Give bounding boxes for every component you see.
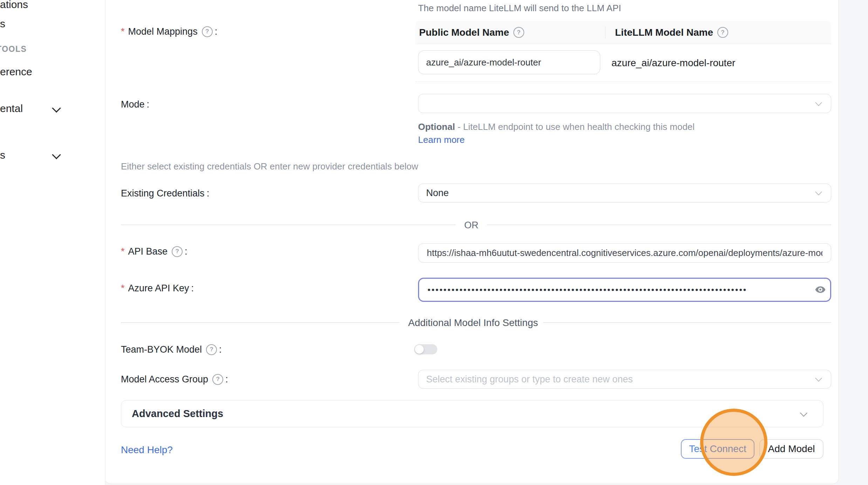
colon: : [215,26,218,37]
advanced-settings-panel[interactable]: Advanced Settings [121,400,823,427]
help-icon[interactable]: ? [202,26,213,37]
sidebar-item-s1[interactable]: s [0,18,5,30]
existing-credentials-label: Existing Credentials : [121,188,209,199]
sidebar-item-ental[interactable]: ental [0,103,23,115]
litellm-model-name-value: azure_ai/azure-model-router [611,57,735,69]
model-access-group-select[interactable]: Select existing groups or type to create… [418,370,831,389]
column-divider [605,27,606,39]
sidebar-item-label: erence [0,66,32,77]
colon: : [207,188,210,199]
public-model-name-input[interactable] [418,50,600,74]
sidebar-item-label: s [0,18,5,29]
chevron-down-icon [52,150,61,159]
sidebar-item-label: ations [0,0,28,10]
test-connect-button[interactable]: Test Connect [681,439,754,459]
sidebar-item-label: ental [0,103,23,114]
mode-label: Mode : [121,99,149,110]
sidebar-item-ations[interactable]: ations [0,0,28,11]
credentials-instruction: Either select existing credentials OR en… [121,161,418,172]
additional-settings-divider-text: Additional Model Info Settings [401,317,545,328]
model-mappings-table: Public Model Name ? LiteLLM Model Name ?… [416,21,831,82]
divider-line [487,224,831,225]
required-marker: * [121,26,125,37]
colon: : [185,246,187,257]
divider-line [543,322,831,323]
mode-help-note: Optional - LiteLLM endpoint to use when … [418,120,705,146]
chevron-down-icon [815,375,822,382]
existing-credentials-select[interactable]: None [418,183,831,202]
colon: : [147,99,150,110]
divider-line [121,322,399,323]
sidebar-item-erence[interactable]: erence [0,66,32,78]
sidebar: ations s TOOLS erence ental s [0,0,105,485]
mode-select[interactable] [418,94,831,113]
help-icon[interactable]: ? [717,27,728,38]
add-model-button[interactable]: Add Model [759,439,823,459]
colon: : [225,374,228,385]
add-model-form: The model name LiteLLM will send to the … [105,0,839,484]
table-header-row: Public Model Name ? LiteLLM Model Name ? [416,21,831,44]
help-icon[interactable]: ? [212,374,223,385]
selected-value: None [418,188,449,199]
sidebar-item-label: s [0,149,5,161]
advanced-settings-title: Advanced Settings [121,408,223,420]
sidebar-item-s2[interactable]: s [0,149,5,161]
model-access-group-label: Model Access Group ? : [121,374,228,385]
chevron-down-icon [800,409,807,416]
azure-api-key-label: * Azure API Key : [121,283,194,294]
learn-more-link[interactable]: Learn more [418,134,465,145]
chevron-down-icon [815,188,822,195]
help-icon[interactable]: ? [172,246,183,257]
column-header-litellm-model-name: LiteLLM Model Name ? [609,27,728,38]
sidebar-section-tools: TOOLS [0,44,27,54]
team-byok-toggle[interactable] [414,344,437,354]
toggle-knob [415,345,424,354]
divider-line [121,224,456,225]
optional-bold: Optional [418,122,455,132]
api-base-input[interactable] [418,243,831,263]
azure-api-key-input[interactable] [418,278,831,302]
eye-icon[interactable] [815,284,826,295]
required-marker: * [121,246,125,257]
chevron-down-icon [52,104,61,112]
table-row: azure_ai/azure-model-router [416,44,831,82]
column-header-public-model-name: Public Model Name ? [416,27,609,38]
help-icon[interactable]: ? [206,344,217,355]
model-mappings-label: * Model Mappings ? : [121,26,217,37]
colon: : [191,283,194,294]
need-help-link[interactable]: Need Help? [121,444,173,456]
colon: : [219,344,222,355]
api-base-label: * API Base ? : [121,246,187,257]
litellm-model-name-helper: The model name LiteLLM will send to the … [418,3,621,14]
required-marker: * [121,283,125,294]
select-placeholder: Select existing groups or type to create… [418,374,633,385]
help-icon[interactable]: ? [513,27,524,38]
team-byok-label: Team-BYOK Model ? : [121,344,222,355]
or-divider-text: OR [456,220,487,231]
chevron-down-icon [815,99,822,106]
